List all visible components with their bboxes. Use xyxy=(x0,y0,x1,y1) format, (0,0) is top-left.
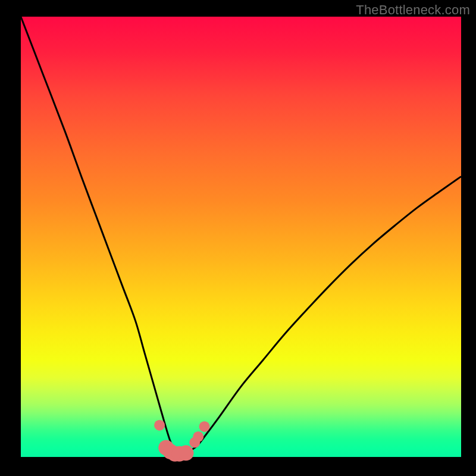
plot-area xyxy=(21,17,461,457)
bottleneck-curve xyxy=(21,17,461,457)
marker-dot xyxy=(199,421,210,432)
marker-dot xyxy=(193,431,203,442)
marker-dot xyxy=(154,420,165,431)
watermark-text: TheBottleneck.com xyxy=(356,2,470,18)
chart-frame: TheBottleneck.com xyxy=(0,0,476,476)
marker-dot xyxy=(178,445,194,461)
trough-markers xyxy=(154,420,209,462)
curve-path xyxy=(21,17,461,454)
